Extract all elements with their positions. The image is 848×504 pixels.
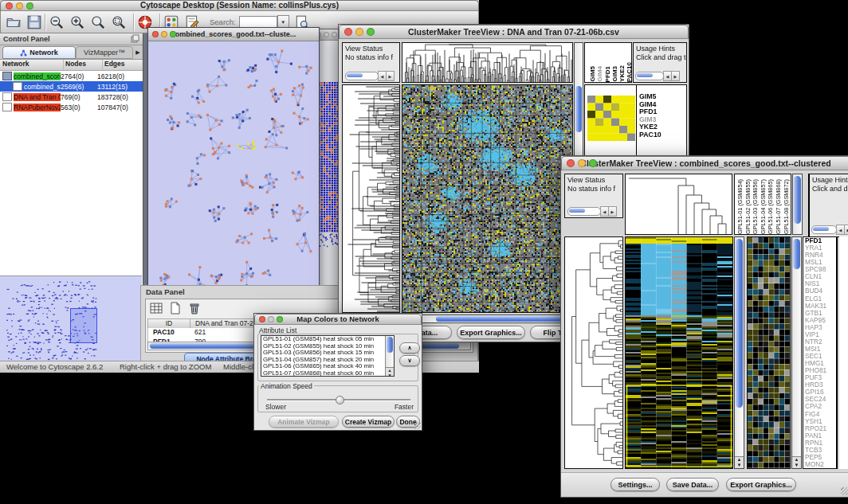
- treeview2-titlebar[interactable]: ClusterMaker TreeView : combined_scores_…: [561, 156, 848, 170]
- move-attribute-up-button[interactable]: ∧: [399, 342, 420, 354]
- gene-label[interactable]: MON2: [803, 461, 836, 468]
- close-icon[interactable]: [567, 159, 575, 167]
- open-file-icon[interactable]: [6, 14, 22, 30]
- main-titlebar[interactable]: Cytoscape Desktop (Session Name: collins…: [0, 0, 479, 11]
- save-data-button[interactable]: Save Data...: [666, 478, 719, 491]
- settings-button[interactable]: Settings...: [610, 478, 660, 491]
- tv2-col-label[interactable]: GPL51-02 (GSM855): [744, 174, 752, 234]
- maximize-icon[interactable]: [170, 31, 176, 37]
- tv2-zoom-heatmap-canvas[interactable]: [748, 237, 790, 468]
- tv2-label-scrollbar[interactable]: [792, 174, 803, 235]
- network-window-1: combined_scores_good.txt--cluste...: [147, 27, 320, 291]
- network-overview-canvas[interactable]: [0, 275, 142, 368]
- tab-network[interactable]: Network: [2, 46, 76, 59]
- network-tree-row[interactable]: DNA and Tran 07769(0)183728(0): [0, 92, 143, 102]
- zoom-in-icon[interactable]: [69, 14, 85, 30]
- export-graphics-button[interactable]: Export Graphics...: [457, 326, 525, 339]
- minimize-icon[interactable]: [161, 31, 167, 37]
- minimize-icon[interactable]: [578, 159, 586, 167]
- export-graphics-button[interactable]: Export Graphics...: [726, 478, 796, 491]
- network-tree-row[interactable]: combined_sco2569(6)13112(15): [0, 81, 143, 92]
- move-attribute-down-button[interactable]: ∨: [399, 355, 420, 366]
- tv1-heatmap-canvas[interactable]: [402, 85, 572, 312]
- dialog-resize-grip[interactable]: [414, 423, 421, 429]
- tv1-col-label[interactable]: PFD1: [604, 66, 611, 82]
- tv2-status-scrollbar[interactable]: ◀▶: [567, 207, 617, 216]
- network-name: RNAPuberNov2+I: [14, 104, 61, 111]
- zoom-window-icon[interactable]: [26, 2, 33, 10]
- maximize-icon[interactable]: [332, 32, 337, 37]
- treeview-window-combined: ClusterMaker TreeView : combined_scores_…: [560, 155, 848, 498]
- tv2-heatmap-vscrollbar[interactable]: ▲▼: [734, 236, 744, 469]
- network-tree-row[interactable]: RNAPuberNov2+I563(0)107847(0): [0, 102, 143, 112]
- tv2-top-dendrogram-canvas[interactable]: [626, 174, 732, 234]
- save-session-icon[interactable]: [26, 14, 42, 30]
- network-tree-row[interactable]: combined_scores2764(0)16218(0): [0, 71, 143, 81]
- close-icon[interactable]: [6, 2, 13, 10]
- treeview1-title: ClusterMaker TreeView : DNA and Tran 07-…: [340, 25, 688, 39]
- tv2-col-label[interactable]: GPL51-03 (GSM856): [752, 174, 760, 234]
- minimize-icon[interactable]: [355, 28, 363, 36]
- zoom-window-icon[interactable]: [589, 159, 597, 167]
- tv1-row-label[interactable]: PAC10: [639, 131, 662, 139]
- attribute-table-icon[interactable]: [149, 301, 165, 317]
- tv2-col-label[interactable]: GPL51-06 (GSM865): [767, 174, 775, 234]
- status-zoom-hint: Right-click + drag to ZOOM: [120, 362, 211, 371]
- animation-speed-slider[interactable]: [267, 396, 410, 404]
- tv2-gene-list: PFD1YRA1RNR4MSL1SPC98CLN1NIS1BUD4ELG1MAK…: [803, 236, 838, 469]
- col-header-edges[interactable]: Edges: [103, 60, 143, 70]
- col-header-nodes[interactable]: Nodes: [64, 60, 103, 70]
- tv2-col-label[interactable]: GPL51-08 (GSM872): [783, 174, 791, 234]
- zoom-out-icon[interactable]: [49, 14, 65, 30]
- tv1-zoom-matrix-canvas[interactable]: [587, 96, 635, 141]
- tv1-col-label[interactable]: GIM5: [589, 66, 596, 82]
- dialog-titlebar[interactable]: Map Colors to Network: [254, 314, 422, 325]
- minimize-icon[interactable]: [268, 316, 274, 322]
- float-panel-icon[interactable]: [131, 32, 143, 46]
- tv2-gene-scrollbar[interactable]: ▲▼: [791, 236, 802, 469]
- resize-grip[interactable]: [841, 487, 848, 495]
- zoom-fit-icon[interactable]: [90, 14, 106, 30]
- search-label: Search:: [210, 18, 236, 26]
- tv1-col-label[interactable]: GIM4: [596, 66, 603, 82]
- tv1-col-label[interactable]: GIM3: [611, 66, 618, 82]
- new-attribute-icon[interactable]: [168, 301, 184, 317]
- attribute-list-scrollbar[interactable]: ▲▼: [385, 336, 394, 377]
- tv2-col-labels: GPL51-01 (GSM854)GPL51-02 (GSM855)GPL51-…: [734, 174, 791, 235]
- tv1-col-label[interactable]: PAC10: [626, 62, 632, 82]
- tv1-zoom-col-labels: GIM5GIM4PFD1GIM3YKE2PAC10: [584, 42, 632, 83]
- slider-min-label: Slower: [265, 403, 286, 411]
- zoom-selected-region-icon[interactable]: [111, 14, 127, 30]
- tv2-usage-scrollbar[interactable]: ◀▶: [811, 225, 848, 234]
- minimize-icon[interactable]: [324, 32, 329, 37]
- tv1-row-dendrogram-canvas[interactable]: [343, 85, 399, 312]
- slider-thumb[interactable]: [336, 396, 344, 404]
- tab-vizmapper[interactable]: VizMapper™: [76, 46, 133, 59]
- network-edges-count: 13112(15): [97, 83, 128, 91]
- close-icon[interactable]: [344, 28, 352, 36]
- tv1-usage-scrollbar[interactable]: ◀▶: [635, 72, 680, 80]
- tv1-status-scrollbar[interactable]: ◀▶: [345, 72, 395, 80]
- treeview1-titlebar[interactable]: ClusterMaker TreeView : DNA and Tran 07-…: [339, 25, 689, 39]
- tv2-row-dendrogram-canvas[interactable]: [565, 237, 622, 468]
- create-vizmap-button[interactable]: Create Vizmap: [342, 416, 395, 428]
- tv1-top-dendrogram-canvas[interactable]: [402, 43, 572, 82]
- tv2-col-label[interactable]: GPL51-04 (GSM857): [760, 174, 768, 234]
- animate-vizmap-button[interactable]: Animate Vizmap: [269, 416, 339, 428]
- tv2-heatmap-canvas[interactable]: [626, 237, 732, 468]
- zoom-window-icon[interactable]: [367, 28, 375, 36]
- delete-attribute-icon[interactable]: [187, 301, 203, 317]
- tv2-col-label[interactable]: GPL51-01 (GSM854): [736, 174, 744, 234]
- network-canvas[interactable]: [148, 41, 317, 290]
- tv1-zoom-row-labels: GIM5GIM4PFD1GIM3YKE2PAC10: [639, 93, 662, 139]
- minimize-icon[interactable]: [16, 2, 23, 10]
- treeview2-title: ClusterMaker TreeView : combined_scores_…: [562, 156, 848, 170]
- close-icon[interactable]: [259, 316, 265, 322]
- close-icon[interactable]: [152, 31, 159, 37]
- tv2-col-label[interactable]: GPL51-07 (GSM868): [775, 174, 783, 234]
- attribute-list-item[interactable]: GPL51-07 (GSM868) heat shock 60 min: [261, 370, 394, 377]
- tab-overflow-button[interactable]: ▶: [133, 45, 143, 59]
- col-header-network[interactable]: Network: [0, 60, 64, 70]
- tv2-view-status-body: No status info f: [565, 185, 622, 193]
- zoom-window-icon[interactable]: [277, 316, 283, 322]
